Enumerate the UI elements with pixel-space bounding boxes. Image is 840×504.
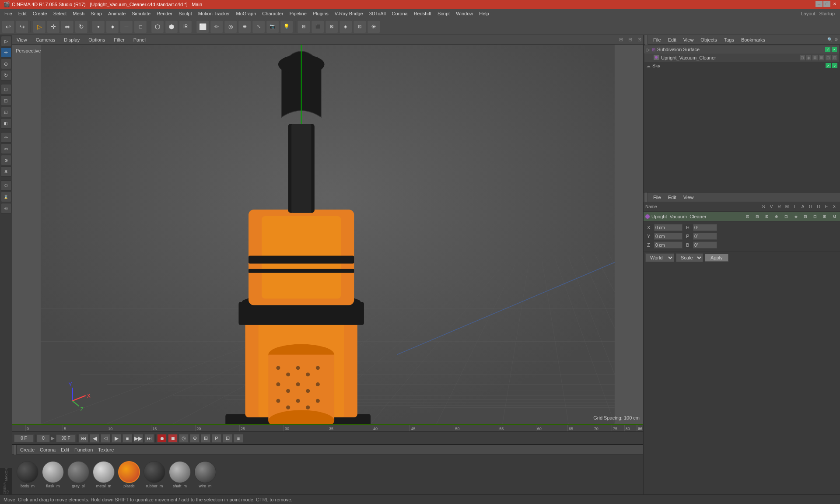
material-ball-plastic[interactable]: plastic <box>118 461 140 488</box>
om-menu-view[interactable]: View <box>681 37 696 43</box>
spline-btn[interactable]: ✏ <box>210 20 223 33</box>
menu-create[interactable]: Create <box>30 10 50 17</box>
tool-brush[interactable]: ✏ <box>1 132 11 143</box>
h-input[interactable] <box>693 224 717 231</box>
am-g-icon[interactable]: ⊟ <box>802 214 809 219</box>
om-menu-file[interactable]: File <box>651 37 664 43</box>
undo-btn[interactable]: ↩ <box>2 20 15 33</box>
menu-simulate[interactable]: Simulate <box>129 10 153 17</box>
light-btn[interactable]: 💡 <box>280 20 293 33</box>
am-object-row[interactable]: Upright_Vacuum_Cleaner ⊡ ⊟ ⊠ ⊕ ⊡ ◈ ⊟ ⊡ ⊞… <box>644 212 840 221</box>
om-item-subdivision[interactable]: ▷ ⊞ Subdivision Surface ✓ ✓ <box>644 46 839 53</box>
render-region-btn[interactable]: ⬢ <box>165 20 178 33</box>
viewport-3d[interactable]: Perspective <box>12 45 643 424</box>
am-menu-edit[interactable]: Edit <box>665 194 679 200</box>
transport-extra-1[interactable]: ◎ <box>179 434 189 443</box>
current-frame-input[interactable] <box>14 434 34 442</box>
record-stop-btn[interactable]: ⏹ <box>168 434 178 443</box>
menu-sculpt[interactable]: Sculpt <box>176 10 195 17</box>
viewport-header-cameras[interactable]: Cameras <box>33 37 58 43</box>
poly-mode-btn[interactable]: ▢ <box>134 20 147 33</box>
am-e-icon[interactable]: ⊞ <box>821 214 829 219</box>
tool-2[interactable]: ◱ <box>1 95 11 106</box>
am-v-icon[interactable]: ⊟ <box>753 214 761 219</box>
om-sky-check-2[interactable]: ✓ <box>832 63 837 68</box>
menu-corona[interactable]: Corona <box>389 10 410 17</box>
om-check-1[interactable]: ✓ <box>825 47 830 52</box>
menu-pipeline[interactable]: Pipeline <box>287 10 309 17</box>
menu-animate[interactable]: Animate <box>105 10 128 17</box>
transport-extra-3[interactable]: ⊞ <box>201 434 210 443</box>
tool-1[interactable]: ▢ <box>1 84 11 94</box>
go-start-btn[interactable]: ⏮ <box>79 434 88 443</box>
perspective-btn[interactable]: ⬛ <box>311 20 324 33</box>
frame-range-start[interactable] <box>37 434 50 442</box>
deform-btn[interactable]: ⤡ <box>252 20 265 33</box>
transport-extra-4[interactable]: P <box>212 434 221 443</box>
tool-5[interactable]: ◎ <box>1 203 11 214</box>
material-btn[interactable]: ◈ <box>339 20 352 33</box>
scale-btn[interactable]: ⇔ <box>61 20 74 33</box>
menu-script[interactable]: Script <box>435 10 452 17</box>
play-reverse-btn[interactable]: ◁ <box>101 434 110 443</box>
tool-poly[interactable]: ⬡ <box>1 180 11 191</box>
obj-mode-btn[interactable]: ● <box>92 20 105 33</box>
tool-magnet[interactable]: ⊗ <box>1 155 11 165</box>
stop-btn[interactable]: ■ <box>122 434 132 443</box>
tool-s[interactable]: S <box>1 166 11 177</box>
material-ball-wire[interactable]: wire_m <box>194 461 216 488</box>
point-mode-btn[interactable]: ◆ <box>106 20 119 33</box>
om-item-vacuum[interactable]: Upright_Vacuum_Cleaner ⊡ ◈ ⊠ ⊞ ⊡ ⊟ <box>644 53 839 62</box>
play-btn[interactable]: ▶ <box>112 434 121 443</box>
menu-edit[interactable]: Edit <box>16 10 29 17</box>
menu-file[interactable]: File <box>2 10 15 17</box>
snap-btn[interactable]: ⊡ <box>353 20 366 33</box>
tool-sculpt[interactable]: ⌛ <box>1 192 11 202</box>
p-input[interactable] <box>693 233 717 240</box>
go-end-btn[interactable]: ⏭ <box>144 434 154 443</box>
menu-mesh[interactable]: Mesh <box>70 10 87 17</box>
cube-btn[interactable]: ⬜ <box>196 20 209 33</box>
transport-extra-6[interactable]: ≡ <box>234 434 243 443</box>
am-r-icon[interactable]: ⊠ <box>763 214 771 219</box>
world-dropdown[interactable]: World Object <box>645 253 674 262</box>
display-mode-btn[interactable]: ⊟ <box>297 20 310 33</box>
am-l-icon[interactable]: ⊡ <box>782 214 790 219</box>
material-ball-gray[interactable]: gray_pl <box>67 461 89 488</box>
menu-window[interactable]: Window <box>453 10 476 17</box>
tool-4[interactable]: ◧ <box>1 118 11 129</box>
next-frame-btn[interactable]: ▶▶ <box>133 434 143 443</box>
menu-3dto[interactable]: 3DToAll <box>367 10 388 17</box>
menu-redshift[interactable]: Redshift <box>411 10 434 17</box>
b-input[interactable] <box>693 242 717 248</box>
scale-dropdown[interactable]: Scale <box>676 253 703 262</box>
menu-plugins[interactable]: Plugins <box>310 10 331 17</box>
tool-move[interactable]: ✛ <box>1 47 11 58</box>
mat-tab-edit[interactable]: Edit <box>58 447 72 453</box>
om-menu-bookmarks[interactable]: Bookmarks <box>738 37 768 43</box>
material-ball-flask[interactable]: flask_m <box>42 461 64 488</box>
tool-3[interactable]: ◰ <box>1 107 11 117</box>
material-ball-rubber[interactable]: rubber_m <box>144 461 165 488</box>
menu-help[interactable]: Help <box>476 10 492 17</box>
nurbs-btn[interactable]: ◎ <box>224 20 237 33</box>
am-s-icon[interactable]: ⊡ <box>744 214 752 219</box>
texture-btn[interactable]: ⊠ <box>325 20 338 33</box>
edge-mode-btn[interactable]: — <box>120 20 133 33</box>
material-ball-body[interactable]: body_m <box>17 461 38 488</box>
om-sky-check-1[interactable]: ✓ <box>826 63 831 68</box>
mat-tab-texture[interactable]: Texture <box>95 447 116 453</box>
mat-tab-function[interactable]: Function <box>72 447 95 453</box>
ipr-btn[interactable]: IR <box>179 20 192 33</box>
transport-extra-2[interactable]: ⊕ <box>190 434 200 443</box>
transport-extra-5[interactable]: ⊡ <box>223 434 232 443</box>
om-item-sky[interactable]: ☁ Sky ✓ ✓ <box>644 62 839 69</box>
menu-select[interactable]: Select <box>51 10 70 17</box>
cloner-btn[interactable]: ⊕ <box>238 20 251 33</box>
x-pos-input[interactable] <box>654 224 682 231</box>
menu-mograph[interactable]: MoGraph <box>233 10 259 17</box>
minimize-btn[interactable]: ─ <box>816 1 822 7</box>
am-menu-file[interactable]: File <box>651 194 664 200</box>
redo-btn[interactable]: ↪ <box>16 20 29 33</box>
om-check-2[interactable]: ✓ <box>832 47 837 52</box>
